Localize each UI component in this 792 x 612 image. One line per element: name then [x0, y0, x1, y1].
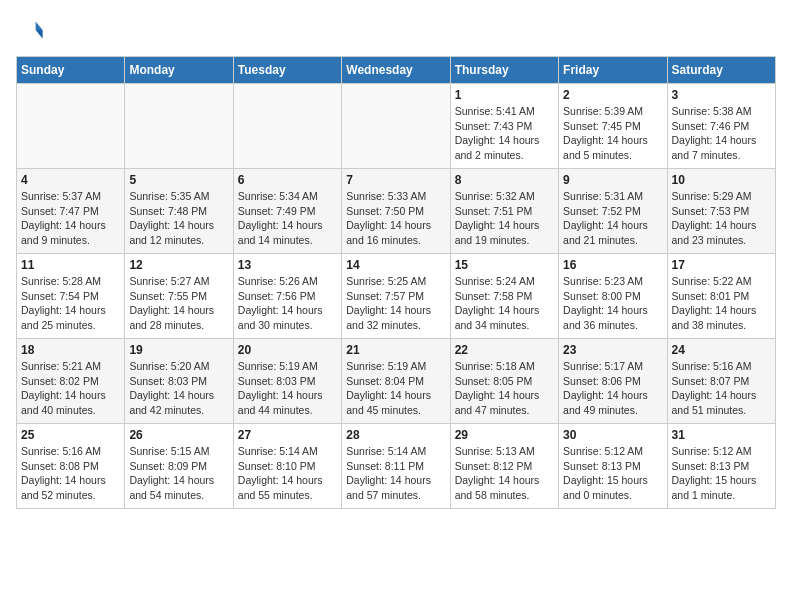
day-info: Sunrise: 5:31 AMSunset: 7:52 PMDaylight:… [563, 189, 662, 248]
day-number: 16 [563, 258, 662, 272]
day-number: 29 [455, 428, 554, 442]
day-info: Sunrise: 5:12 AMSunset: 8:13 PMDaylight:… [672, 444, 771, 503]
day-number: 1 [455, 88, 554, 102]
svg-marker-0 [36, 22, 43, 30]
day-cell: 11Sunrise: 5:28 AMSunset: 7:54 PMDayligh… [17, 254, 125, 339]
week-row-3: 11Sunrise: 5:28 AMSunset: 7:54 PMDayligh… [17, 254, 776, 339]
day-number: 15 [455, 258, 554, 272]
day-cell: 25Sunrise: 5:16 AMSunset: 8:08 PMDayligh… [17, 424, 125, 509]
day-info: Sunrise: 5:23 AMSunset: 8:00 PMDaylight:… [563, 274, 662, 333]
day-cell: 12Sunrise: 5:27 AMSunset: 7:55 PMDayligh… [125, 254, 233, 339]
day-number: 14 [346, 258, 445, 272]
day-number: 3 [672, 88, 771, 102]
day-cell: 17Sunrise: 5:22 AMSunset: 8:01 PMDayligh… [667, 254, 775, 339]
day-cell: 28Sunrise: 5:14 AMSunset: 8:11 PMDayligh… [342, 424, 450, 509]
day-number: 4 [21, 173, 120, 187]
day-cell: 21Sunrise: 5:19 AMSunset: 8:04 PMDayligh… [342, 339, 450, 424]
day-info: Sunrise: 5:35 AMSunset: 7:48 PMDaylight:… [129, 189, 228, 248]
day-cell [233, 84, 341, 169]
day-cell: 16Sunrise: 5:23 AMSunset: 8:00 PMDayligh… [559, 254, 667, 339]
day-number: 11 [21, 258, 120, 272]
day-info: Sunrise: 5:26 AMSunset: 7:56 PMDaylight:… [238, 274, 337, 333]
calendar-table: SundayMondayTuesdayWednesdayThursdayFrid… [16, 56, 776, 509]
day-info: Sunrise: 5:12 AMSunset: 8:13 PMDaylight:… [563, 444, 662, 503]
day-info: Sunrise: 5:20 AMSunset: 8:03 PMDaylight:… [129, 359, 228, 418]
day-info: Sunrise: 5:39 AMSunset: 7:45 PMDaylight:… [563, 104, 662, 163]
day-number: 12 [129, 258, 228, 272]
header-day-tuesday: Tuesday [233, 57, 341, 84]
week-row-4: 18Sunrise: 5:21 AMSunset: 8:02 PMDayligh… [17, 339, 776, 424]
day-info: Sunrise: 5:32 AMSunset: 7:51 PMDaylight:… [455, 189, 554, 248]
logo-icon [16, 16, 44, 44]
header-day-thursday: Thursday [450, 57, 558, 84]
day-number: 17 [672, 258, 771, 272]
day-cell: 27Sunrise: 5:14 AMSunset: 8:10 PMDayligh… [233, 424, 341, 509]
day-info: Sunrise: 5:16 AMSunset: 8:07 PMDaylight:… [672, 359, 771, 418]
week-row-1: 1Sunrise: 5:41 AMSunset: 7:43 PMDaylight… [17, 84, 776, 169]
header-day-friday: Friday [559, 57, 667, 84]
day-cell: 6Sunrise: 5:34 AMSunset: 7:49 PMDaylight… [233, 169, 341, 254]
day-cell: 22Sunrise: 5:18 AMSunset: 8:05 PMDayligh… [450, 339, 558, 424]
day-cell: 15Sunrise: 5:24 AMSunset: 7:58 PMDayligh… [450, 254, 558, 339]
day-info: Sunrise: 5:38 AMSunset: 7:46 PMDaylight:… [672, 104, 771, 163]
day-info: Sunrise: 5:15 AMSunset: 8:09 PMDaylight:… [129, 444, 228, 503]
day-cell: 19Sunrise: 5:20 AMSunset: 8:03 PMDayligh… [125, 339, 233, 424]
day-number: 26 [129, 428, 228, 442]
day-info: Sunrise: 5:16 AMSunset: 8:08 PMDaylight:… [21, 444, 120, 503]
day-info: Sunrise: 5:29 AMSunset: 7:53 PMDaylight:… [672, 189, 771, 248]
day-info: Sunrise: 5:28 AMSunset: 7:54 PMDaylight:… [21, 274, 120, 333]
day-number: 21 [346, 343, 445, 357]
day-cell: 26Sunrise: 5:15 AMSunset: 8:09 PMDayligh… [125, 424, 233, 509]
day-info: Sunrise: 5:33 AMSunset: 7:50 PMDaylight:… [346, 189, 445, 248]
day-cell: 4Sunrise: 5:37 AMSunset: 7:47 PMDaylight… [17, 169, 125, 254]
day-number: 10 [672, 173, 771, 187]
day-cell: 1Sunrise: 5:41 AMSunset: 7:43 PMDaylight… [450, 84, 558, 169]
calendar-body: 1Sunrise: 5:41 AMSunset: 7:43 PMDaylight… [17, 84, 776, 509]
day-cell: 20Sunrise: 5:19 AMSunset: 8:03 PMDayligh… [233, 339, 341, 424]
day-cell: 31Sunrise: 5:12 AMSunset: 8:13 PMDayligh… [667, 424, 775, 509]
day-cell: 23Sunrise: 5:17 AMSunset: 8:06 PMDayligh… [559, 339, 667, 424]
page-header [16, 16, 776, 44]
day-cell: 10Sunrise: 5:29 AMSunset: 7:53 PMDayligh… [667, 169, 775, 254]
day-cell: 13Sunrise: 5:26 AMSunset: 7:56 PMDayligh… [233, 254, 341, 339]
day-info: Sunrise: 5:21 AMSunset: 8:02 PMDaylight:… [21, 359, 120, 418]
week-row-5: 25Sunrise: 5:16 AMSunset: 8:08 PMDayligh… [17, 424, 776, 509]
header-day-sunday: Sunday [17, 57, 125, 84]
day-number: 24 [672, 343, 771, 357]
day-number: 22 [455, 343, 554, 357]
day-cell: 2Sunrise: 5:39 AMSunset: 7:45 PMDaylight… [559, 84, 667, 169]
day-number: 23 [563, 343, 662, 357]
day-cell [125, 84, 233, 169]
day-info: Sunrise: 5:13 AMSunset: 8:12 PMDaylight:… [455, 444, 554, 503]
day-cell: 9Sunrise: 5:31 AMSunset: 7:52 PMDaylight… [559, 169, 667, 254]
day-cell: 24Sunrise: 5:16 AMSunset: 8:07 PMDayligh… [667, 339, 775, 424]
day-number: 19 [129, 343, 228, 357]
day-info: Sunrise: 5:37 AMSunset: 7:47 PMDaylight:… [21, 189, 120, 248]
day-number: 8 [455, 173, 554, 187]
day-info: Sunrise: 5:41 AMSunset: 7:43 PMDaylight:… [455, 104, 554, 163]
day-info: Sunrise: 5:19 AMSunset: 8:03 PMDaylight:… [238, 359, 337, 418]
day-cell: 7Sunrise: 5:33 AMSunset: 7:50 PMDaylight… [342, 169, 450, 254]
day-number: 6 [238, 173, 337, 187]
day-number: 7 [346, 173, 445, 187]
day-cell: 18Sunrise: 5:21 AMSunset: 8:02 PMDayligh… [17, 339, 125, 424]
day-info: Sunrise: 5:19 AMSunset: 8:04 PMDaylight:… [346, 359, 445, 418]
day-info: Sunrise: 5:17 AMSunset: 8:06 PMDaylight:… [563, 359, 662, 418]
day-cell: 30Sunrise: 5:12 AMSunset: 8:13 PMDayligh… [559, 424, 667, 509]
day-cell: 14Sunrise: 5:25 AMSunset: 7:57 PMDayligh… [342, 254, 450, 339]
day-number: 18 [21, 343, 120, 357]
day-cell: 5Sunrise: 5:35 AMSunset: 7:48 PMDaylight… [125, 169, 233, 254]
day-number: 27 [238, 428, 337, 442]
day-info: Sunrise: 5:22 AMSunset: 8:01 PMDaylight:… [672, 274, 771, 333]
header-row: SundayMondayTuesdayWednesdayThursdayFrid… [17, 57, 776, 84]
logo [16, 16, 48, 44]
day-number: 28 [346, 428, 445, 442]
day-info: Sunrise: 5:25 AMSunset: 7:57 PMDaylight:… [346, 274, 445, 333]
calendar-header: SundayMondayTuesdayWednesdayThursdayFrid… [17, 57, 776, 84]
day-cell [342, 84, 450, 169]
day-number: 5 [129, 173, 228, 187]
day-cell [17, 84, 125, 169]
day-info: Sunrise: 5:18 AMSunset: 8:05 PMDaylight:… [455, 359, 554, 418]
day-info: Sunrise: 5:34 AMSunset: 7:49 PMDaylight:… [238, 189, 337, 248]
day-cell: 3Sunrise: 5:38 AMSunset: 7:46 PMDaylight… [667, 84, 775, 169]
